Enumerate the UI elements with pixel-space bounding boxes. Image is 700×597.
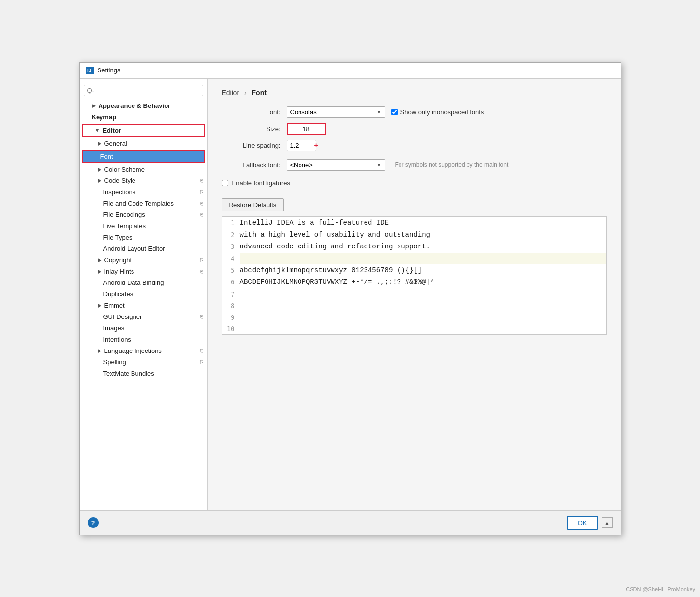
sidebar-item-color-scheme[interactable]: ▶ Color Scheme bbox=[80, 164, 207, 175]
ligatures-label: Enable font ligatures bbox=[232, 179, 291, 187]
copy-icon-code-style: ⎘ bbox=[200, 178, 203, 183]
sidebar-item-live-templates[interactable]: Live Templates bbox=[80, 220, 207, 232]
sidebar-item-editor[interactable]: ▼ Editor bbox=[83, 125, 204, 136]
expand-arrow-copyright: ▶ bbox=[98, 257, 101, 263]
sidebar-item-images[interactable]: Images bbox=[80, 322, 207, 334]
font-dropdown-value: Consolas bbox=[290, 108, 317, 116]
search-box[interactable] bbox=[84, 85, 203, 96]
code-line-9: 9 bbox=[222, 312, 606, 323]
line-number-4: 4 bbox=[222, 253, 240, 264]
main-content: Editor › Font Font: Consolas ▼ Show only… bbox=[208, 79, 621, 510]
line-content-4 bbox=[240, 253, 606, 254]
code-line-2: 2 with a high level of usability and out… bbox=[222, 229, 606, 241]
line-content-6: ABCDEFGHIJKLMNOPQRSTUVWXYZ +-*/= .,;:!? … bbox=[240, 276, 606, 288]
sidebar-item-font[interactable]: Font bbox=[83, 151, 204, 162]
font-item-highlight: Font bbox=[82, 150, 205, 163]
sidebar-item-keymap[interactable]: Keymap bbox=[80, 111, 207, 123]
line-number-8: 8 bbox=[222, 300, 240, 311]
code-line-3: 3 advanced code editing and refactoring … bbox=[222, 241, 606, 252]
fallback-dropdown[interactable]: <None> ▼ bbox=[287, 159, 385, 171]
line-content-9 bbox=[240, 312, 606, 313]
search-input[interactable] bbox=[87, 87, 200, 94]
show-mono-label[interactable]: Show only monospaced fonts bbox=[391, 108, 484, 116]
sidebar-item-file-encodings[interactable]: File Encodings ⎘ bbox=[80, 209, 207, 220]
copy-icon-file-code-templates: ⎘ bbox=[200, 201, 203, 206]
sidebar-item-inlay-hints[interactable]: ▶ Inlay Hints ⎘ bbox=[80, 266, 207, 277]
expand-arrow-general: ▶ bbox=[98, 140, 101, 147]
expand-arrow-editor: ▼ bbox=[95, 127, 100, 133]
line-number-5: 5 bbox=[222, 264, 240, 276]
sidebar-item-code-style[interactable]: ▶ Code Style ⎘ bbox=[80, 175, 207, 186]
fallback-dropdown-arrow: ▼ bbox=[377, 162, 382, 168]
line-spacing-row: Line spacing: + bbox=[222, 140, 607, 151]
line-number-2: 2 bbox=[222, 229, 240, 240]
sidebar-item-android-layout-editor[interactable]: Android Layout Editor bbox=[80, 243, 207, 254]
breadcrumb: Editor › Font bbox=[222, 89, 607, 97]
sidebar-item-duplicates[interactable]: Duplicates bbox=[80, 288, 207, 300]
line-number-3: 3 bbox=[222, 241, 240, 252]
copy-icon-inlay-hints: ⎘ bbox=[200, 269, 203, 274]
help-button[interactable]: ? bbox=[88, 517, 99, 528]
expand-arrow-language-injections: ▶ bbox=[98, 348, 101, 354]
sidebar: ▶ Appearance & Behavior Keymap ▼ Editor bbox=[80, 79, 208, 510]
size-input[interactable] bbox=[287, 123, 326, 135]
line-content-7 bbox=[240, 288, 606, 289]
line-content-5: abcdefghijklmnopqrstuvwxyz 0123456789 ()… bbox=[240, 264, 606, 276]
size-row: Size: bbox=[222, 123, 607, 135]
sidebar-item-language-injections[interactable]: ▶ Language Injections ⎘ bbox=[80, 345, 207, 356]
svg-text:IJ: IJ bbox=[87, 68, 91, 73]
code-preview: 1 IntelliJ IDEA is a full-featured IDE 2… bbox=[222, 216, 607, 335]
font-form: Font: Consolas ▼ Show only monospaced fo… bbox=[222, 106, 607, 171]
scroll-button[interactable]: ▲ bbox=[602, 517, 613, 528]
line-number-9: 9 bbox=[222, 312, 240, 323]
size-field-label: Size: bbox=[222, 125, 281, 133]
copy-icon-spelling: ⎘ bbox=[200, 359, 203, 365]
expand-arrow-color-scheme: ▶ bbox=[98, 166, 101, 173]
sidebar-item-inspections[interactable]: Inspections ⎘ bbox=[80, 186, 207, 198]
sidebar-item-gui-designer[interactable]: GUI Designer ⎘ bbox=[80, 311, 207, 322]
sidebar-item-file-code-templates[interactable]: File and Code Templates ⎘ bbox=[80, 198, 207, 209]
editor-section-highlight: ▼ Editor bbox=[82, 124, 205, 137]
sidebar-item-intentions[interactable]: Intentions bbox=[80, 334, 207, 345]
watermark: CSDN @SheHL_ProMonkey bbox=[626, 586, 695, 592]
line-number-10: 10 bbox=[222, 323, 240, 334]
breadcrumb-parent: Editor bbox=[222, 89, 240, 97]
line-content-1: IntelliJ IDEA is a full-featured IDE bbox=[240, 217, 606, 229]
dialog-body: ▶ Appearance & Behavior Keymap ▼ Editor bbox=[80, 79, 621, 510]
dialog-footer: ? OK ▲ bbox=[80, 510, 621, 535]
line-content-3: advanced code editing and refactoring su… bbox=[240, 241, 606, 252]
sidebar-item-android-data-binding[interactable]: Android Data Binding bbox=[80, 277, 207, 288]
ok-button[interactable]: OK bbox=[567, 516, 598, 530]
fallback-row: Fallback font: <None> ▼ For symbols not … bbox=[222, 159, 607, 171]
line-content-2: with a high level of usability and outst… bbox=[240, 229, 606, 241]
line-number-7: 7 bbox=[222, 288, 240, 300]
sidebar-item-file-types[interactable]: File Types bbox=[80, 232, 207, 243]
line-spacing-plus-indicator: + bbox=[314, 141, 318, 149]
font-dropdown[interactable]: Consolas ▼ bbox=[287, 106, 385, 118]
breadcrumb-separator: › bbox=[244, 89, 247, 97]
title-bar: IJ Settings bbox=[80, 63, 621, 79]
code-line-6: 6 ABCDEFGHIJKLMNOPQRSTUVWXYZ +-*/= .,;:!… bbox=[222, 276, 606, 288]
line-spacing-input[interactable] bbox=[287, 140, 316, 151]
dialog-title: Settings bbox=[98, 67, 121, 74]
show-mono-checkbox[interactable] bbox=[391, 109, 398, 115]
expand-arrow-appearance: ▶ bbox=[92, 103, 96, 109]
line-number-6: 6 bbox=[222, 276, 240, 287]
copy-icon-file-encodings: ⎘ bbox=[200, 212, 203, 217]
line-spacing-label: Line spacing: bbox=[222, 142, 281, 149]
sidebar-item-spelling[interactable]: Spelling ⎘ bbox=[80, 356, 207, 368]
settings-dialog: IJ Settings ▶ Appearance & Behavior Keym… bbox=[79, 62, 621, 535]
line-content-10 bbox=[240, 323, 606, 324]
ligatures-checkbox[interactable] bbox=[222, 180, 228, 186]
sidebar-item-copyright[interactable]: ▶ Copyright ⎘ bbox=[80, 254, 207, 266]
copy-icon-copyright: ⎘ bbox=[200, 257, 203, 263]
fallback-dropdown-value: <None> bbox=[290, 161, 313, 169]
sidebar-item-textmate-bundles[interactable]: TextMate Bundles bbox=[80, 368, 207, 379]
code-line-1: 1 IntelliJ IDEA is a full-featured IDE bbox=[222, 217, 606, 229]
restore-defaults-button[interactable]: Restore Defaults bbox=[222, 198, 284, 211]
sidebar-item-general[interactable]: ▶ General bbox=[80, 138, 207, 149]
line-content-8 bbox=[240, 300, 606, 301]
sidebar-item-emmet[interactable]: ▶ Emmet bbox=[80, 300, 207, 311]
copy-icon-gui-designer: ⎘ bbox=[200, 314, 203, 319]
sidebar-item-appearance[interactable]: ▶ Appearance & Behavior bbox=[80, 100, 207, 111]
